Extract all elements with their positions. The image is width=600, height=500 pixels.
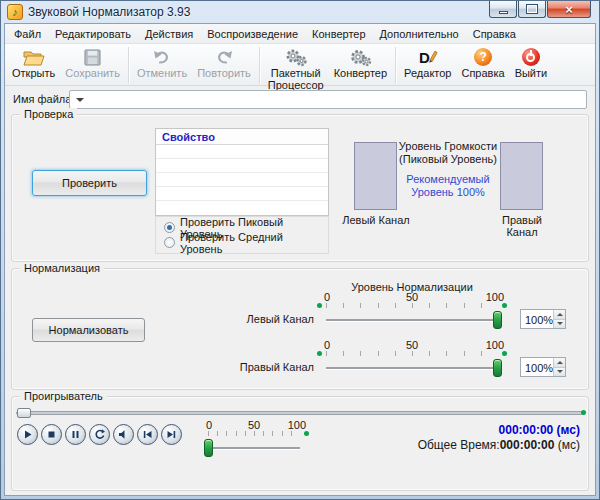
close-button[interactable]: × (547, 1, 591, 18)
menu-item-help[interactable]: Справка (466, 25, 523, 43)
undo-label: Отменить (137, 68, 187, 79)
save-button[interactable]: Сохранить (60, 46, 125, 80)
help-icon (474, 47, 492, 67)
right-channel-meter (500, 142, 543, 210)
property-table-header: Свойство (156, 129, 328, 145)
recommended-line2: Уровень 100% (397, 186, 499, 199)
scale-0: 0 (324, 339, 330, 351)
menu-item-actions[interactable]: Действия (138, 25, 200, 43)
gear-icon (348, 47, 372, 67)
property-table-row (156, 173, 328, 187)
repeat-button[interactable] (89, 424, 110, 445)
slider-handle[interactable] (204, 439, 213, 457)
right-level-value[interactable]: 100% (521, 358, 553, 376)
green-dot-icon (304, 431, 309, 436)
converter-label: Конвертер (334, 68, 387, 79)
mute-button[interactable] (113, 424, 134, 445)
redo-button[interactable]: Повторить (192, 46, 256, 80)
batch-processor-button[interactable]: Пакетный Процессор (263, 46, 329, 92)
pause-button[interactable] (65, 424, 86, 445)
open-label: Открыть (12, 68, 55, 79)
check-group: Проверка Проверить Свойство Проверить Пи… (11, 114, 589, 262)
left-channel-label: Левый Канал (340, 214, 412, 226)
undo-button[interactable]: Отменить (132, 46, 192, 80)
previous-button[interactable] (137, 424, 158, 445)
slider-handle[interactable] (493, 359, 502, 377)
scale-50: 50 (406, 339, 418, 351)
spinner-down-button[interactable] (554, 368, 565, 377)
left-level-spinner[interactable]: 100% (520, 309, 566, 329)
slider-zone[interactable] (208, 438, 300, 458)
pause-icon (70, 429, 81, 440)
minimize-button[interactable] (489, 1, 517, 18)
redo-label: Повторить (197, 68, 251, 79)
recommended-line1: Рекомендуемый (397, 173, 499, 186)
menu-item-file[interactable]: Файл (7, 25, 48, 43)
property-table-row (156, 187, 328, 201)
slider-scale: 0 50 100 (208, 419, 300, 431)
green-dot-icon (317, 351, 322, 356)
average-level-radio[interactable]: Проверить Средний Уровень (164, 235, 328, 250)
up-arrow-icon (557, 313, 563, 316)
menu-item-extra[interactable]: Дополнительно (373, 25, 466, 43)
stop-icon (46, 429, 57, 440)
toolbar: Открыть Сохранить (5, 44, 595, 86)
scale-0: 0 (206, 419, 212, 431)
slider-scale: 0 50 100 (326, 339, 498, 351)
seek-track[interactable] (16, 411, 583, 415)
next-button[interactable] (161, 424, 182, 445)
right-level-spinner[interactable]: 100% (520, 357, 566, 377)
speaker-icon (118, 429, 129, 440)
window-title: Звуковой Нормализатор 3.93 (28, 5, 190, 19)
folder-open-icon (23, 47, 45, 67)
spinner-up-button[interactable] (554, 358, 565, 368)
volume-slider[interactable]: 0 50 100 (208, 419, 300, 458)
right-channel-label: Правый Канал (486, 214, 558, 238)
down-arrow-icon (557, 322, 563, 325)
player-group-title: Проигрыватель (20, 390, 107, 402)
spinner-buttons (553, 310, 565, 328)
scale-100: 100 (486, 339, 504, 351)
editor-button[interactable]: D Редактор (399, 46, 456, 80)
spinner-up-button[interactable] (554, 310, 565, 320)
toolbar-separator (259, 47, 260, 83)
average-level-radio-label: Проверить Средний Уровень (180, 231, 328, 255)
converter-button[interactable]: Конвертер (329, 46, 392, 80)
exit-label: Выйти (515, 68, 548, 79)
seek-handle[interactable] (17, 408, 31, 418)
check-mode-radios: Проверить Пиковый Уровень Проверить Сред… (155, 216, 329, 254)
filename-combobox[interactable] (69, 90, 587, 109)
left-channel-meter (354, 142, 397, 210)
stop-button[interactable] (41, 424, 62, 445)
total-time-label: Общее Время: (418, 438, 500, 452)
normalize-group: Нормализация Уровень Нормализации Нормал… (11, 268, 589, 390)
filename-label: Имя файла: (13, 93, 74, 105)
toolbar-separator (395, 47, 396, 83)
left-level-value[interactable]: 100% (521, 310, 553, 328)
help-button[interactable]: Справка (456, 46, 509, 80)
slider-track[interactable] (208, 447, 300, 449)
slider-handle[interactable] (493, 311, 502, 329)
slider-track[interactable] (326, 367, 498, 369)
chevron-down-icon[interactable] (76, 98, 84, 102)
left-channel-slider[interactable]: 0 50 100 (326, 291, 498, 330)
scale-0: 0 (324, 291, 330, 303)
left-channel-slider-label: Левый Канал (182, 313, 314, 325)
window-controls: × (489, 1, 591, 18)
right-channel-slider[interactable]: 0 50 100 (326, 339, 498, 378)
slider-zone[interactable] (326, 310, 498, 330)
maximize-button[interactable] (518, 1, 546, 18)
spinner-down-button[interactable] (554, 320, 565, 329)
play-button[interactable] (17, 424, 38, 445)
slider-zone[interactable] (326, 358, 498, 378)
open-button[interactable]: Открыть (7, 46, 60, 80)
check-button[interactable]: Проверить (32, 170, 147, 196)
save-label: Сохранить (65, 68, 120, 79)
menu-item-playback[interactable]: Воспроизведение (200, 25, 305, 43)
slider-track[interactable] (326, 319, 498, 321)
normalize-button[interactable]: Нормализовать (32, 318, 145, 342)
exit-button[interactable]: Выйти (510, 46, 553, 80)
menu-item-edit[interactable]: Редактировать (48, 25, 138, 43)
normalize-group-title: Нормализация (20, 262, 104, 274)
menu-item-converter[interactable]: Конвертер (305, 25, 372, 43)
